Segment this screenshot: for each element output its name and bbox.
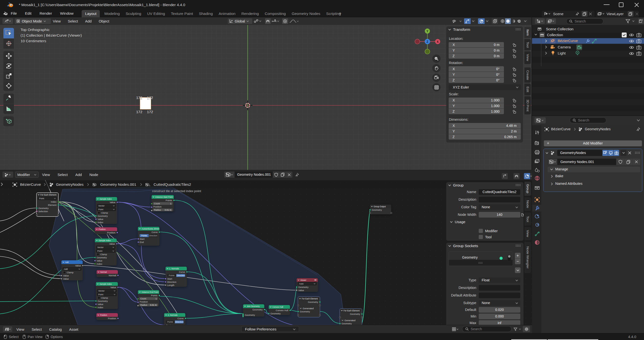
svg-text:4: 4 xyxy=(150,185,150,186)
svg-text:X: X xyxy=(437,40,438,44)
svg-text:Z: Z xyxy=(426,40,428,44)
svg-text:Y: Y xyxy=(426,30,428,33)
